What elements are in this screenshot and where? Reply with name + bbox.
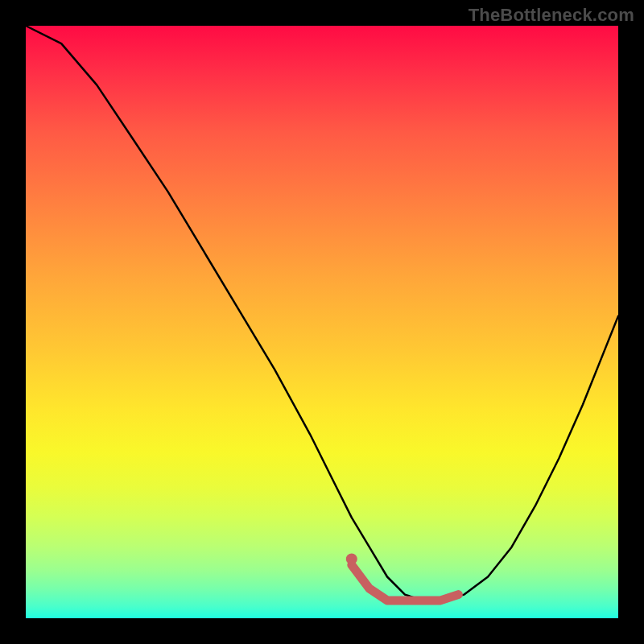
bottleneck-curve-path <box>26 26 618 601</box>
bottleneck-chart <box>26 26 618 618</box>
bottleneck-highlight-dot <box>346 553 357 564</box>
watermark-text: TheBottleneck.com <box>469 5 634 26</box>
curve-layer <box>26 26 618 618</box>
